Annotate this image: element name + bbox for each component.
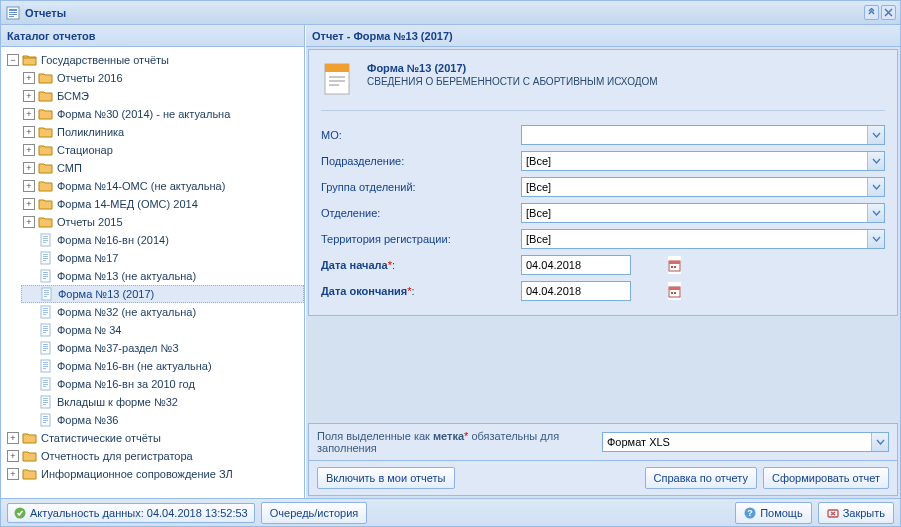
document-icon (38, 232, 54, 248)
tree-label: Отчеты 2015 (57, 216, 123, 228)
svg-rect-26 (43, 308, 48, 309)
tree-node-item[interactable]: Форма №17 (21, 249, 304, 267)
plus-icon[interactable]: + (23, 72, 35, 84)
svg-rect-59 (43, 422, 46, 423)
chevron-down-icon[interactable] (871, 433, 888, 451)
combo-territory[interactable] (521, 229, 885, 249)
tree-label: Форма № 34 (57, 324, 121, 336)
include-button[interactable]: Включить в мои отчеты (317, 467, 455, 489)
window-title: Отчеты (25, 7, 862, 19)
plus-icon[interactable]: + (7, 450, 19, 462)
tree-node-folder[interactable]: +БСМЭ (21, 87, 304, 105)
tree-node-item[interactable]: Вкладыш к форме №32 (21, 393, 304, 411)
build-button[interactable]: Сформировать отчет (763, 467, 889, 489)
close-window-button[interactable]: Закрыть (818, 502, 894, 524)
tree-node-item[interactable]: Форма №36 (21, 411, 304, 429)
combo-unit[interactable] (521, 151, 885, 171)
toggle-blank (23, 396, 35, 408)
svg-rect-27 (43, 310, 48, 311)
plus-icon[interactable]: + (23, 162, 35, 174)
folder-icon (38, 70, 54, 86)
folder-open-icon (22, 52, 38, 68)
tree-node-folder[interactable]: +Отчеты 2016 (21, 69, 304, 87)
svg-rect-64 (329, 84, 339, 86)
close-button[interactable] (881, 5, 896, 20)
folder-icon (38, 88, 54, 104)
tree-node-item[interactable]: Форма №37-раздел №3 (21, 339, 304, 357)
date-end[interactable] (521, 281, 631, 301)
toggle-blank (23, 378, 35, 390)
plus-icon[interactable]: + (23, 126, 35, 138)
tree-node-item[interactable]: Форма №13 (не актуальна) (21, 267, 304, 285)
chevron-down-icon[interactable] (867, 230, 884, 248)
svg-rect-3 (9, 14, 17, 15)
plus-icon[interactable]: + (23, 90, 35, 102)
input-start[interactable] (522, 256, 668, 274)
toggle-blank (23, 252, 35, 264)
tree-node-item[interactable]: Форма № 34 (21, 321, 304, 339)
input-format[interactable] (603, 433, 871, 451)
chevron-down-icon[interactable] (867, 126, 884, 144)
tree-node-item[interactable]: Форма №32 (не актуальна) (21, 303, 304, 321)
collapse-button[interactable] (864, 5, 879, 20)
actuality-chip[interactable]: Актуальность данных: 04.04.2018 13:52:53 (7, 503, 255, 523)
catalog-tree[interactable]: − Государственные отчёты +Отчеты 2016+БС… (1, 47, 304, 498)
tree-node-folder[interactable]: +Статистические отчёты (5, 429, 304, 447)
tree-node-item[interactable]: Форма №16-вн за 2010 год (21, 375, 304, 393)
tree-label: БСМЭ (57, 90, 89, 102)
combo-mo[interactable] (521, 125, 885, 145)
tree-node-folder[interactable]: +Информационное сопровождение ЗЛ (5, 465, 304, 483)
toggle-blank (23, 360, 35, 372)
input-deptgroup[interactable] (522, 178, 867, 196)
svg-rect-29 (43, 314, 46, 315)
required-hint: Поля выделенные как метка* обязательны д… (317, 430, 602, 454)
folder-icon (38, 106, 54, 122)
help-button[interactable]: ? Помощь (735, 502, 812, 524)
tree-node-folder[interactable]: +Форма №14-ОМС (не актуальна) (21, 177, 304, 195)
svg-rect-6 (43, 236, 48, 237)
plus-icon[interactable]: + (23, 144, 35, 156)
minus-icon[interactable]: − (7, 54, 19, 66)
calendar-icon[interactable] (668, 282, 681, 300)
chevron-down-icon[interactable] (867, 178, 884, 196)
input-unit[interactable] (522, 152, 867, 170)
input-end[interactable] (522, 282, 668, 300)
plus-icon[interactable]: + (7, 468, 19, 480)
svg-rect-32 (43, 328, 48, 329)
chevron-down-icon[interactable] (867, 204, 884, 222)
form-button-row: Включить в мои отчеты Справка по отчету … (308, 461, 898, 496)
tree-node-folder[interactable]: +Стационар (21, 141, 304, 159)
chevron-down-icon[interactable] (867, 152, 884, 170)
input-territory[interactable] (522, 230, 867, 248)
label-start: Дата начала*: (321, 259, 521, 271)
combo-format[interactable] (602, 432, 889, 452)
tree-node-folder[interactable]: +Отчеты 2015 (21, 213, 304, 231)
plus-icon[interactable]: + (23, 198, 35, 210)
queue-button[interactable]: Очередь/история (261, 502, 368, 524)
calendar-icon[interactable] (668, 256, 681, 274)
plus-icon[interactable]: + (23, 180, 35, 192)
tree-node-folder[interactable]: +Форма №30 (2014) - не актуальна (21, 105, 304, 123)
tree-node-item[interactable]: Форма №13 (2017) (21, 285, 304, 303)
reference-button[interactable]: Справка по отчету (645, 467, 757, 489)
tree-node-root[interactable]: − Государственные отчёты (5, 51, 304, 69)
svg-rect-33 (43, 330, 48, 331)
combo-deptgroup[interactable] (521, 177, 885, 197)
input-dept[interactable] (522, 204, 867, 222)
plus-icon[interactable]: + (7, 432, 19, 444)
document-icon (38, 340, 54, 356)
svg-rect-12 (43, 256, 48, 257)
plus-icon[interactable]: + (23, 108, 35, 120)
plus-icon[interactable]: + (23, 216, 35, 228)
combo-dept[interactable] (521, 203, 885, 223)
tree-node-folder[interactable]: +СМП (21, 159, 304, 177)
input-mo[interactable] (522, 126, 867, 144)
tree-node-item[interactable]: Форма №16-вн (2014) (21, 231, 304, 249)
date-start[interactable] (521, 255, 631, 275)
svg-rect-7 (43, 238, 48, 239)
tree-node-folder[interactable]: +Отчетность для регистратора (5, 447, 304, 465)
tree-node-folder[interactable]: +Форма 14-МЕД (ОМС) 2014 (21, 195, 304, 213)
document-icon (38, 322, 54, 338)
tree-node-folder[interactable]: +Поликлиника (21, 123, 304, 141)
tree-node-item[interactable]: Форма №16-вн (не актуальна) (21, 357, 304, 375)
